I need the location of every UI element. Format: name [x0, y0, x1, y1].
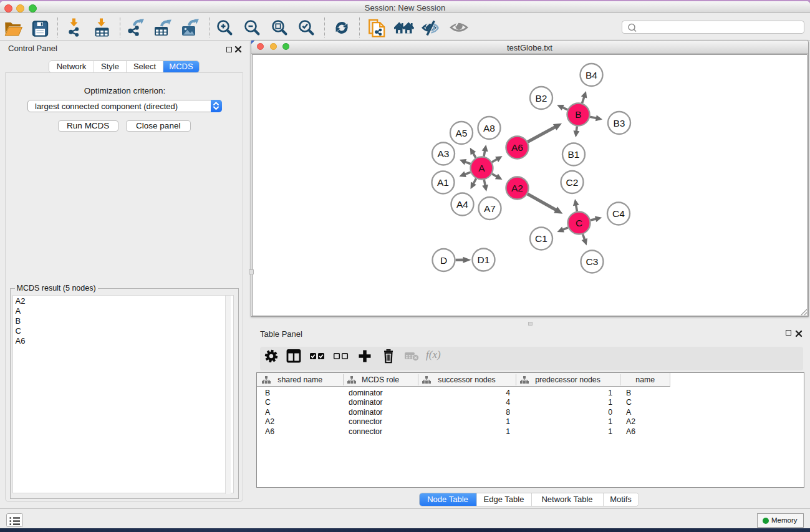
svg-text:A3: A3 — [438, 148, 450, 159]
svg-text:C1: C1 — [535, 233, 547, 244]
svg-text:B3: B3 — [614, 117, 625, 128]
svg-text:B1: B1 — [568, 149, 580, 160]
svg-text:A8: A8 — [483, 122, 495, 133]
svg-text:B2: B2 — [536, 92, 547, 103]
svg-text:A5: A5 — [456, 127, 468, 138]
svg-text:C3: C3 — [586, 256, 599, 267]
svg-text:A2: A2 — [511, 183, 523, 193]
svg-text:A1: A1 — [437, 177, 449, 188]
svg-text:C4: C4 — [612, 208, 625, 219]
svg-text:A7: A7 — [484, 203, 496, 213]
svg-text:C: C — [576, 218, 582, 228]
svg-text:B4: B4 — [586, 69, 597, 80]
svg-text:C2: C2 — [566, 177, 579, 187]
svg-text:D: D — [440, 254, 447, 265]
svg-text:D1: D1 — [478, 254, 490, 265]
svg-text:A6: A6 — [511, 142, 523, 153]
svg-text:B: B — [575, 109, 581, 120]
svg-text:A: A — [478, 163, 485, 173]
svg-text:A4: A4 — [456, 199, 468, 210]
